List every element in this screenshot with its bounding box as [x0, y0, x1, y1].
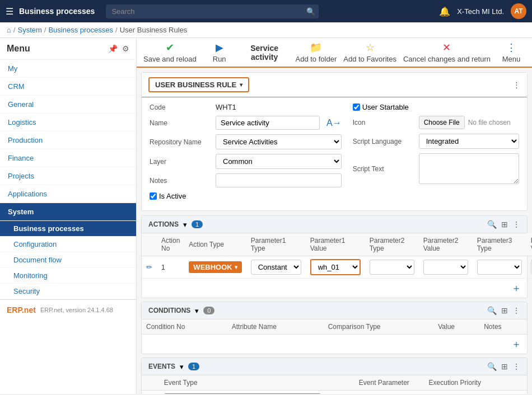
sidebar-subitem-document-flow[interactable]: Document flow	[0, 252, 136, 268]
user-startable-checkbox-label[interactable]: User Startable	[353, 103, 409, 111]
home-icon[interactable]: ⌂	[7, 26, 11, 34]
row-edit-icon[interactable]: ✏	[146, 263, 152, 271]
th-attr-name: Attribute Name	[227, 319, 324, 335]
sidebar-item-system[interactable]: System	[0, 203, 136, 221]
conditions-more-icon[interactable]: ⋮	[512, 306, 520, 315]
th-cond-no: Condition No	[142, 319, 227, 335]
param2-type-select[interactable]	[370, 260, 414, 275]
webhook-label: WEBHOOK	[193, 263, 232, 271]
actions-title: ACTIONS	[148, 220, 179, 228]
notification-bell-icon[interactable]: 🔔	[439, 6, 450, 17]
save-reload-button[interactable]: ✔ Save and reload	[143, 41, 197, 63]
breadcrumb-business-processes[interactable]: Business processes	[48, 26, 113, 34]
pin-icon[interactable]: 📌	[108, 44, 118, 53]
run-icon: ▶	[216, 41, 223, 54]
sidebar-item-production[interactable]: Production	[0, 131, 136, 149]
company-name: X-Tech MI Ltd.	[457, 7, 504, 16]
name-field[interactable]	[216, 116, 320, 130]
param1-value-select[interactable]: wh_01	[310, 259, 361, 275]
conditions-section-header: CONDITIONS ▾ 0 🔍 ⊞ ⋮	[142, 302, 527, 319]
th-param1-value: Parameter1 Value	[306, 233, 365, 256]
code-label: Code	[150, 104, 211, 111]
table-row: ✏ 1 WEBHOOK ▾ Constant	[142, 256, 532, 279]
sidebar-item-crm[interactable]: CRM	[0, 78, 136, 96]
repository-select[interactable]: Service Activities	[216, 134, 342, 149]
user-avatar[interactable]: AT	[511, 3, 526, 19]
conditions-add-row-button[interactable]: ＋	[142, 335, 527, 354]
layer-label: Layer	[150, 158, 211, 166]
settings-icon[interactable]: ⚙	[122, 44, 129, 53]
actions-search-icon[interactable]: 🔍	[487, 220, 497, 229]
repository-label: Repository Name	[150, 138, 211, 146]
sidebar-subitem-monitoring[interactable]: Monitoring	[0, 268, 136, 284]
script-text-field[interactable]	[419, 153, 519, 184]
param3-type-select[interactable]	[477, 260, 522, 275]
th-param3-value: Parameter3 Value	[526, 233, 532, 256]
actions-add-row-button[interactable]: ＋	[142, 279, 527, 298]
th-edit	[142, 233, 157, 256]
erp-logo: ERP.net	[7, 305, 36, 314]
breadcrumb-system[interactable]: System	[17, 26, 41, 34]
sidebar-item-logistics[interactable]: Logistics	[0, 114, 136, 131]
events-dropdown-icon[interactable]: ▾	[180, 363, 184, 371]
user-startable-checkbox[interactable]	[353, 104, 360, 111]
sidebar-item-general[interactable]: General	[0, 96, 136, 114]
th-notes: Notes	[479, 319, 527, 335]
content-toolbar: ✔ Save and reload ▶ Run Service activity…	[137, 38, 532, 68]
form-header: USER BUSINESS RULE ▾ ⋮	[142, 73, 527, 97]
actions-columns-icon[interactable]: ⊞	[501, 220, 508, 229]
param2-value-select[interactable]	[423, 260, 468, 275]
events-more-icon[interactable]: ⋮	[512, 362, 520, 371]
run-button[interactable]: ▶ Run	[206, 41, 234, 63]
conditions-section: CONDITIONS ▾ 0 🔍 ⊞ ⋮ Condition No Attrib…	[141, 302, 528, 354]
conditions-count-badge: 0	[203, 307, 214, 314]
doc-type-badge[interactable]: USER BUSINESS RULE ▾	[148, 77, 249, 92]
sidebar-item-my[interactable]: My	[0, 60, 136, 78]
actions-section: ACTIONS ▾ 1 🔍 ⊞ ⋮ Action No Action Type …	[141, 215, 528, 298]
name-label: Name	[150, 119, 211, 127]
hamburger-icon[interactable]: ☰	[6, 6, 13, 17]
actions-count-badge: 1	[192, 220, 203, 228]
search-bar[interactable]: 🔍	[106, 4, 319, 18]
actions-dropdown-icon[interactable]: ▾	[183, 220, 187, 229]
file-chosen-text: No file chosen	[468, 119, 511, 126]
star-icon: ☆	[366, 41, 375, 54]
actions-more-icon[interactable]: ⋮	[512, 220, 520, 229]
events-count-badge: 1	[188, 363, 199, 370]
events-search-icon[interactable]: 🔍	[487, 362, 497, 371]
conditions-columns-icon[interactable]: ⊞	[501, 306, 508, 315]
conditions-search-icon[interactable]: 🔍	[487, 306, 497, 315]
sidebar-item-projects[interactable]: Projects	[0, 167, 136, 185]
script-language-select[interactable]: Integrated	[419, 134, 519, 149]
search-input[interactable]	[106, 4, 319, 18]
sidebar-subitem-configuration[interactable]: Configuration	[0, 237, 136, 252]
content-area: ✔ Save and reload ▶ Run Service activity…	[137, 38, 532, 394]
action-type-select[interactable]: WEBHOOK ▾	[189, 261, 241, 273]
doc-type-dropdown-icon: ▾	[240, 82, 242, 88]
webhook-dropdown-icon: ▾	[235, 264, 237, 270]
layer-select[interactable]: Common	[216, 154, 342, 169]
conditions-dropdown-icon[interactable]: ▾	[195, 307, 199, 315]
menu-button[interactable]: ⋮ Menu	[497, 41, 525, 63]
event-row: ✏ AGGREGATECLIENTCOMMIT Normal	[142, 391, 527, 394]
event-type-select[interactable]: AGGREGATECLIENTCOMMIT	[164, 393, 321, 394]
events-columns-icon[interactable]: ⊞	[501, 362, 508, 371]
sidebar-subitem-business-processes[interactable]: Business processes	[0, 221, 136, 237]
sidebar-item-finance[interactable]: Finance	[0, 149, 136, 167]
conditions-table: Condition No Attribute Name Comparison T…	[142, 319, 527, 335]
form-more-icon[interactable]: ⋮	[513, 81, 520, 89]
sidebar-item-applications[interactable]: Applications	[0, 185, 136, 203]
param1-type-select[interactable]: Constant	[251, 260, 301, 275]
add-favorites-button[interactable]: ☆ Add to Favorites	[343, 41, 396, 63]
is-active-checkbox-label[interactable]: Is Active	[150, 192, 186, 200]
app-title: Business processes	[19, 7, 95, 16]
search-icon[interactable]: 🔍	[306, 7, 315, 16]
add-folder-button[interactable]: 📁 Add to folder	[296, 41, 337, 63]
translate-icon[interactable]: A→	[326, 118, 342, 128]
th-exec-priority: Execution Priority	[424, 375, 527, 391]
cancel-button[interactable]: ✕ Cancel changes and return	[403, 41, 491, 63]
choose-file-button[interactable]: Choose File	[419, 116, 465, 129]
notes-field[interactable]	[216, 173, 342, 187]
is-active-checkbox[interactable]	[150, 192, 157, 200]
sidebar-subitem-security[interactable]: Security	[0, 284, 136, 299]
